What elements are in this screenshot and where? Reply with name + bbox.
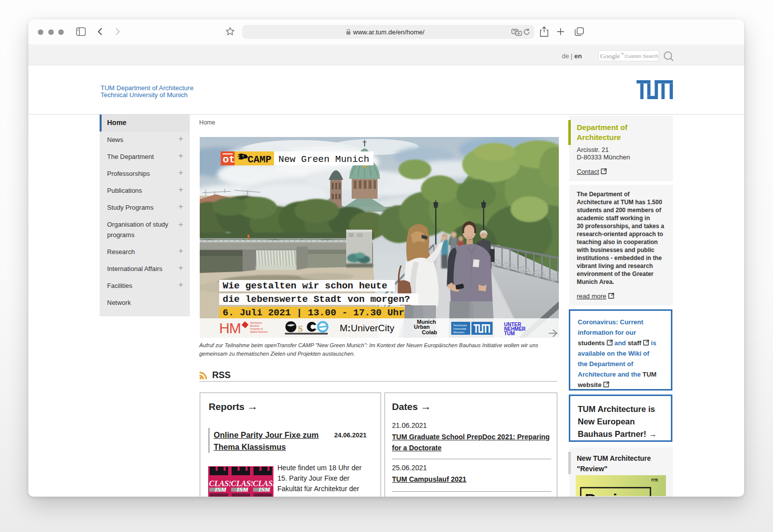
svg-text:ISM: ISM xyxy=(258,486,270,493)
svg-text:Custom Search: Custom Search xyxy=(625,53,658,59)
svg-text:Hochschule: Hochschule xyxy=(250,322,262,324)
svg-text:CAMP: CAMP xyxy=(248,154,271,165)
svg-text:Wie gestalten wir schon heute: Wie gestalten wir schon heute xyxy=(223,280,387,291)
svg-text:Review: Review xyxy=(585,491,639,496)
svg-text:München: München xyxy=(453,331,465,334)
svg-text:TM: TM xyxy=(621,53,624,55)
svg-text:ISM: ISM xyxy=(214,486,227,493)
svg-text:University of: University of xyxy=(250,328,263,330)
svg-text:Universität: Universität xyxy=(453,327,466,330)
svg-text:Applied Sciences: Applied Sciences xyxy=(250,331,268,333)
svg-text:ot: ot xyxy=(223,154,235,165)
svg-text:s: s xyxy=(298,320,303,335)
svg-text:HM: HM xyxy=(219,320,241,336)
svg-text:München: München xyxy=(250,325,259,327)
svg-text:Colab: Colab xyxy=(422,329,437,335)
svg-text:6. Juli 2021 | 13.00 - 17.30 U: 6. Juli 2021 | 13.00 - 17.30 Uhr xyxy=(223,307,404,318)
svg-text:ISM: ISM xyxy=(236,486,249,493)
svg-text:New Green Munich: New Green Munich xyxy=(278,154,369,165)
svg-text:die lebenswerte Stadt von morg: die lebenswerte Stadt von morgen? xyxy=(223,294,410,305)
svg-text:M:UniverCity: M:UniverCity xyxy=(340,323,394,333)
svg-text:TUM: TUM xyxy=(504,331,515,336)
svg-text:Google: Google xyxy=(600,52,620,60)
svg-text:Technische: Technische xyxy=(453,324,467,327)
